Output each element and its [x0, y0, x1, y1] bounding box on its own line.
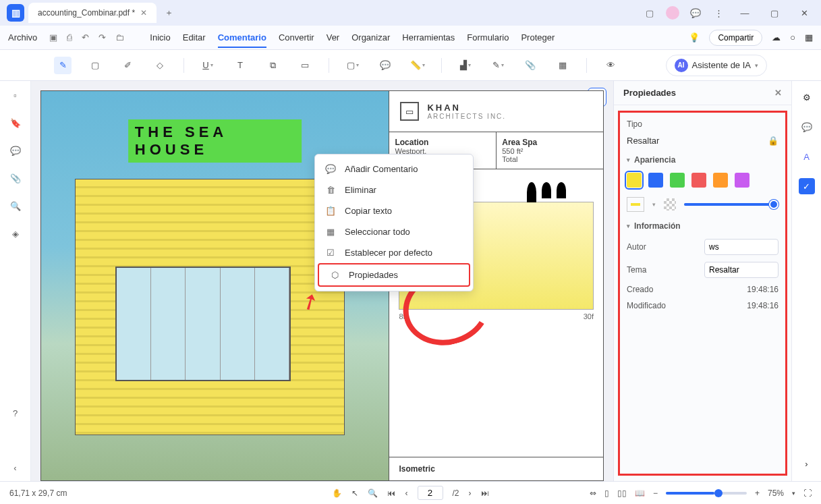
- note-tool[interactable]: ▢: [86, 57, 104, 74]
- bookmarks-panel-icon[interactable]: 🔖: [10, 118, 21, 128]
- zoom-out-icon[interactable]: −: [653, 488, 658, 498]
- grid-icon[interactable]: ▦: [805, 32, 813, 43]
- hand-tool-icon[interactable]: ✋: [332, 488, 342, 498]
- ai-assistant-label: Asistente de IA: [692, 60, 751, 70]
- prev-page-icon[interactable]: ‹: [405, 488, 407, 498]
- textbox-tool[interactable]: ⧉: [264, 57, 281, 74]
- color-swatch-red[interactable]: [691, 173, 706, 188]
- print-icon[interactable]: ⎙: [67, 32, 72, 43]
- zoom-in-icon[interactable]: +: [755, 488, 760, 498]
- ctx-add-comment[interactable]: 💬Añadir Comentario: [315, 159, 473, 179]
- document-canvas[interactable]: W ➜ THE SEA HOUSE ▭ KHAN ARCHITECTS INC.: [31, 81, 613, 481]
- color-swatch-green[interactable]: [670, 173, 685, 188]
- layout-single-icon[interactable]: ▯: [604, 488, 609, 498]
- right-sidebar: ⚙ 💬 A ✓ ›: [791, 81, 821, 481]
- visibility-tool[interactable]: 👁: [602, 57, 619, 74]
- page-title-highlight[interactable]: THE SEA HOUSE: [128, 119, 302, 163]
- comments-panel-icon[interactable]: 💬: [10, 146, 21, 156]
- color-swatch-blue[interactable]: [648, 173, 663, 188]
- search-panel-icon[interactable]: 🔍: [10, 201, 21, 211]
- menu-convertir[interactable]: Convertir: [279, 32, 314, 43]
- select-tool-icon[interactable]: ↖: [351, 488, 358, 498]
- read-mode-icon[interactable]: 📖: [635, 488, 645, 498]
- ctx-properties[interactable]: ⬡Propiedades: [318, 263, 470, 287]
- theme-input[interactable]: [704, 262, 778, 278]
- color-swatch-yellow[interactable]: [627, 173, 642, 188]
- menu-organizar[interactable]: Organizar: [351, 32, 390, 43]
- stroke-color-select[interactable]: [627, 197, 644, 212]
- menu-comentario[interactable]: Comentario: [218, 32, 266, 48]
- help-icon[interactable]: ?: [13, 408, 18, 418]
- translate-icon[interactable]: A: [799, 148, 815, 165]
- ai-assistant-button[interactable]: AI Asistente de IA ▾: [666, 55, 767, 76]
- brand-sub: ARCHITECTS INC.: [427, 113, 506, 120]
- expand-right-icon[interactable]: ›: [799, 455, 815, 472]
- text-tool[interactable]: T: [231, 57, 249, 74]
- settings-sliders-icon[interactable]: ⚙: [799, 89, 815, 105]
- next-page-icon[interactable]: ›: [469, 488, 472, 498]
- close-tab-icon[interactable]: ✕: [140, 8, 147, 18]
- zoom-tool-icon[interactable]: 🔍: [368, 488, 378, 498]
- measure-tool[interactable]: 📏: [409, 57, 426, 74]
- color-swatch-purple[interactable]: [735, 173, 749, 188]
- pencil-tool[interactable]: ✐: [119, 57, 136, 74]
- comment-bubble-tool[interactable]: 💬: [376, 57, 394, 74]
- save-icon[interactable]: ▣: [49, 32, 57, 43]
- color-swatch-orange[interactable]: [713, 173, 728, 188]
- layout-double-icon[interactable]: ▯▯: [617, 488, 627, 498]
- fullscreen-icon[interactable]: ⛶: [803, 488, 812, 498]
- stamp-tool[interactable]: ▟: [457, 57, 474, 74]
- ctx-select-all[interactable]: ▦Seleccionar todo: [315, 221, 473, 242]
- highlight-tool[interactable]: ✎: [54, 57, 72, 74]
- document-tab[interactable]: accounting_Combinar.pdf * ✕: [28, 3, 157, 23]
- cloud-icon[interactable]: ☁: [772, 32, 781, 43]
- chat-side-icon[interactable]: 💬: [799, 119, 815, 135]
- sync-icon[interactable]: ○: [790, 32, 795, 43]
- more-icon[interactable]: ⋮: [712, 6, 725, 20]
- redo-icon[interactable]: ↷: [98, 32, 106, 43]
- check-side-icon[interactable]: ✓: [799, 178, 815, 194]
- callout-tool[interactable]: ▭: [296, 57, 314, 74]
- ctx-copy-text[interactable]: 📋Copiar texto: [315, 200, 473, 221]
- ctx-delete[interactable]: 🗑Eliminar: [315, 179, 473, 200]
- menu-file[interactable]: Archivo: [8, 32, 37, 43]
- ctx-set-default[interactable]: ☑Establecer por defecto: [315, 242, 473, 263]
- menu-editar[interactable]: Editar: [183, 32, 206, 43]
- location-header: Location: [395, 138, 490, 147]
- signature-tool[interactable]: ✎: [489, 57, 507, 74]
- chat-icon[interactable]: 💬: [689, 6, 702, 20]
- page-number-input[interactable]: [417, 486, 443, 500]
- fit-width-icon[interactable]: ⇔: [590, 488, 596, 498]
- shape-tool[interactable]: ▢: [344, 57, 362, 74]
- attachment-tool[interactable]: 📎: [521, 57, 539, 74]
- window-minimize[interactable]: ―: [735, 3, 755, 23]
- menu-formulario[interactable]: Formulario: [467, 32, 509, 43]
- author-input[interactable]: [704, 239, 778, 255]
- user-avatar-icon[interactable]: [666, 6, 679, 20]
- share-button[interactable]: Compartir: [709, 30, 762, 46]
- pages-panel-icon[interactable]: ▫: [13, 90, 17, 101]
- close-properties-icon[interactable]: ✕: [774, 88, 782, 98]
- menu-inicio[interactable]: Inicio: [150, 32, 170, 43]
- opacity-slider[interactable]: [684, 203, 778, 206]
- first-page-icon[interactable]: ⏮: [387, 488, 395, 498]
- collapse-left-icon[interactable]: ‹: [13, 463, 16, 473]
- folder-icon[interactable]: 🗀: [115, 32, 124, 43]
- lightbulb-icon[interactable]: 💡: [689, 32, 700, 43]
- last-page-icon[interactable]: ⏭: [481, 488, 489, 498]
- zoom-slider[interactable]: [666, 492, 747, 495]
- window-maximize[interactable]: ▢: [764, 3, 785, 23]
- menu-proteger[interactable]: Proteger: [521, 32, 555, 43]
- lock-icon[interactable]: 🔒: [768, 136, 778, 146]
- new-tab-button[interactable]: ＋: [161, 5, 177, 21]
- eraser-tool[interactable]: ◇: [151, 57, 169, 74]
- link-tool[interactable]: ▦: [554, 57, 571, 74]
- notification-icon[interactable]: ▢: [643, 6, 656, 20]
- attachments-panel-icon[interactable]: 📎: [10, 173, 21, 184]
- undo-icon[interactable]: ↶: [82, 32, 89, 43]
- layers-panel-icon[interactable]: ◈: [12, 229, 19, 239]
- menu-ver[interactable]: Ver: [327, 32, 340, 43]
- menu-herramientas[interactable]: Herramientas: [402, 32, 455, 43]
- underline-tool[interactable]: U: [199, 57, 217, 74]
- window-close[interactable]: ✕: [794, 3, 814, 23]
